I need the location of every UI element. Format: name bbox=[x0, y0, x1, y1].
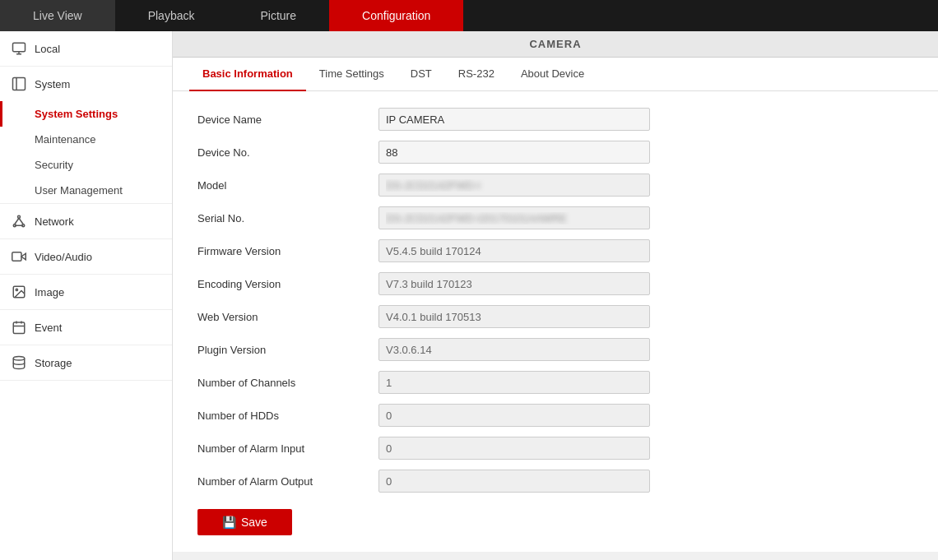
input-number-of-channels bbox=[378, 371, 650, 394]
svg-point-19 bbox=[13, 357, 25, 361]
form-row-device-name: Device Name bbox=[197, 108, 913, 131]
svg-rect-0 bbox=[13, 43, 26, 52]
monitor-icon bbox=[10, 39, 28, 58]
svg-rect-12 bbox=[12, 252, 21, 261]
form-row-device-no: Device No. bbox=[197, 141, 913, 164]
input-model bbox=[378, 174, 650, 197]
nav-live-view[interactable]: Live View bbox=[0, 0, 115, 31]
network-label: Network bbox=[35, 215, 74, 228]
sidebar-item-event[interactable]: Event bbox=[0, 310, 172, 345]
sidebar-group-video-audio: Video/Audio bbox=[0, 239, 172, 275]
nav-playback[interactable]: Playback bbox=[115, 0, 228, 31]
form-row-firmware-version: Firmware Version bbox=[197, 239, 913, 262]
tab-basic-information[interactable]: Basic Information bbox=[189, 58, 306, 91]
tab-about-device[interactable]: About Device bbox=[508, 58, 597, 91]
sidebar-item-security[interactable]: Security bbox=[0, 152, 172, 178]
sidebar-item-system-settings[interactable]: System Settings bbox=[0, 101, 172, 127]
sidebar-group-system: System System Settings Maintenance Secur… bbox=[0, 67, 172, 204]
input-serial-no bbox=[378, 206, 650, 229]
label-encoding-version: Encoding Version bbox=[197, 278, 378, 290]
sidebar-item-video-audio[interactable]: Video/Audio bbox=[0, 239, 172, 274]
sidebar-item-local[interactable]: Local bbox=[0, 31, 172, 66]
svg-point-14 bbox=[16, 289, 17, 290]
local-label: Local bbox=[35, 43, 60, 55]
sidebar-group-network: Network bbox=[0, 204, 172, 239]
label-device-no: Device No. bbox=[197, 146, 378, 159]
input-device-name[interactable] bbox=[378, 108, 650, 131]
label-plugin-version: Plugin Version bbox=[197, 344, 378, 356]
label-web-version: Web Version bbox=[197, 311, 378, 323]
label-number-of-hdds: Number of HDDs bbox=[197, 410, 378, 422]
system-label: System bbox=[35, 78, 70, 90]
main-content: CAMERA Basic Information Time Settings D… bbox=[173, 31, 938, 560]
input-encoding-version bbox=[378, 272, 650, 295]
tab-rs-232[interactable]: RS-232 bbox=[445, 58, 508, 91]
sidebar-item-system[interactable]: System bbox=[0, 67, 172, 101]
sidebar: Local System System Settings Maintenance… bbox=[0, 31, 173, 560]
input-number-of-hdds bbox=[378, 404, 650, 427]
video-icon bbox=[10, 248, 28, 266]
form-row-plugin-version: Plugin Version bbox=[197, 338, 913, 361]
svg-line-9 bbox=[19, 218, 23, 224]
label-serial-no: Serial No. bbox=[197, 212, 378, 224]
input-number-of-alarm-input bbox=[378, 437, 650, 460]
svg-rect-15 bbox=[13, 322, 25, 334]
input-device-no[interactable] bbox=[378, 141, 650, 164]
event-label: Event bbox=[35, 322, 62, 334]
form-row-model: Model bbox=[197, 174, 913, 197]
image-label: Image bbox=[35, 286, 64, 299]
input-web-version bbox=[378, 305, 650, 328]
video-audio-label: Video/Audio bbox=[35, 251, 92, 263]
sidebar-group-storage: Storage bbox=[0, 345, 172, 381]
save-icon: 💾 bbox=[222, 516, 236, 529]
sidebar-item-storage[interactable]: Storage bbox=[0, 345, 172, 380]
input-plugin-version bbox=[378, 338, 650, 361]
form-row-number-of-hdds: Number of HDDs bbox=[197, 404, 913, 427]
form-row-number-of-alarm-output: Number of Alarm Output bbox=[197, 470, 913, 493]
form-row-encoding-version: Encoding Version bbox=[197, 272, 913, 295]
svg-point-5 bbox=[18, 215, 21, 218]
camera-header: CAMERA bbox=[173, 31, 938, 58]
form-row-number-of-alarm-input: Number of Alarm Input bbox=[197, 437, 913, 460]
save-label: Save bbox=[241, 516, 267, 529]
form-row-web-version: Web Version bbox=[197, 305, 913, 328]
storage-label: Storage bbox=[35, 357, 72, 369]
label-device-name: Device Name bbox=[197, 113, 378, 126]
label-number-of-alarm-input: Number of Alarm Input bbox=[197, 442, 378, 455]
sidebar-group-image: Image bbox=[0, 275, 172, 310]
sidebar-item-user-management[interactable]: User Management bbox=[0, 178, 172, 203]
form-row-number-of-channels: Number of Channels bbox=[197, 371, 913, 394]
image-icon bbox=[10, 283, 28, 301]
tab-time-settings[interactable]: Time Settings bbox=[306, 58, 397, 91]
sidebar-group-local: Local bbox=[0, 31, 172, 67]
label-model: Model bbox=[197, 179, 378, 192]
input-firmware-version bbox=[378, 239, 650, 262]
nav-configuration[interactable]: Configuration bbox=[329, 0, 463, 31]
tab-dst[interactable]: DST bbox=[397, 58, 445, 91]
sidebar-item-image[interactable]: Image bbox=[0, 275, 172, 309]
form-container: Device Name Device No. Model Serial No. … bbox=[173, 91, 938, 552]
top-nav: Live View Playback Picture Configuration bbox=[0, 0, 938, 31]
network-icon bbox=[10, 212, 28, 230]
sidebar-item-maintenance[interactable]: Maintenance bbox=[0, 127, 172, 152]
storage-icon bbox=[10, 354, 28, 372]
tabs-bar: Basic Information Time Settings DST RS-2… bbox=[173, 58, 938, 91]
event-icon bbox=[10, 318, 28, 336]
system-icon bbox=[10, 75, 28, 93]
form-row-serial-no: Serial No. bbox=[197, 206, 913, 229]
save-button[interactable]: 💾 Save bbox=[197, 509, 292, 535]
sidebar-group-event: Event bbox=[0, 310, 172, 345]
svg-line-8 bbox=[15, 218, 19, 224]
label-number-of-channels: Number of Channels bbox=[197, 377, 378, 389]
main-layout: Local System System Settings Maintenance… bbox=[0, 31, 938, 560]
svg-rect-3 bbox=[13, 78, 26, 90]
nav-picture[interactable]: Picture bbox=[227, 0, 329, 31]
sidebar-item-network[interactable]: Network bbox=[0, 204, 172, 238]
label-firmware-version: Firmware Version bbox=[197, 245, 378, 257]
svg-marker-11 bbox=[21, 253, 26, 260]
label-number-of-alarm-output: Number of Alarm Output bbox=[197, 475, 378, 488]
input-number-of-alarm-output bbox=[378, 470, 650, 493]
